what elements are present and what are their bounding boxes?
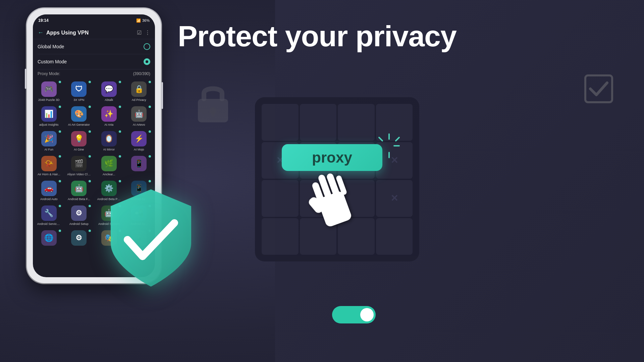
app-dot	[119, 130, 121, 133]
menu-icon[interactable]: ⋮	[145, 29, 150, 36]
app-dot	[89, 130, 91, 133]
checkbox-decoration	[584, 74, 614, 104]
grid-cell-1-1	[262, 104, 299, 141]
app-icon: ⚡	[131, 131, 147, 146]
global-mode-radio[interactable]	[144, 43, 150, 50]
app-label: Android Auto	[40, 197, 58, 201]
app-item[interactable]: 🎮2048 Puzzle 3D	[34, 79, 64, 104]
app-label: 3X VPN	[73, 98, 84, 102]
app-item[interactable]: 🌐	[34, 228, 64, 248]
app-title-group: ← Apps Using VPN	[38, 29, 89, 36]
battery-icon: 36%	[142, 18, 150, 22]
app-title-text: Apps Using VPN	[46, 30, 89, 36]
app-dot	[149, 180, 151, 182]
svg-line-6	[379, 137, 382, 141]
app-dot	[59, 205, 61, 207]
app-label: AI Gine	[74, 148, 84, 151]
app-dot	[59, 155, 61, 158]
status-time: 19:14	[38, 18, 49, 23]
app-item[interactable]: 🔒Ad Privacy	[124, 79, 154, 104]
app-item[interactable]: 💡AI Gine	[64, 129, 94, 153]
app-icon: ⚙	[71, 205, 87, 221]
app-item[interactable]: ⚡AI Mojo	[124, 129, 154, 153]
app-item[interactable]: 🤖Android Beta F...	[64, 179, 94, 203]
app-dot	[149, 155, 151, 158]
grid-cell-4-4	[376, 218, 413, 255]
radio-inner	[146, 60, 148, 63]
app-item[interactable]: ✨AI Arta	[94, 104, 124, 128]
svg-rect-2	[211, 111, 215, 117]
app-item[interactable]: 🎉AI Fun	[34, 129, 64, 153]
app-icon: 🔒	[131, 81, 147, 97]
app-item[interactable]: ⚙	[64, 228, 94, 248]
app-label: AI Arta	[104, 123, 113, 126]
app-icon: 📊	[41, 106, 57, 122]
check-icon[interactable]: ☑	[137, 29, 142, 36]
power-button	[161, 82, 163, 109]
global-mode-label: Global Mode	[38, 44, 64, 49]
grid-cell-3-1	[262, 180, 299, 217]
app-item[interactable]: 🚗Android Auto	[34, 179, 64, 203]
signal-icon: 📶	[136, 18, 141, 23]
toggle-switch[interactable]	[332, 306, 376, 323]
app-dot	[59, 130, 61, 133]
app-icon: 🌿	[101, 156, 117, 171]
app-dot	[59, 81, 61, 83]
grid-cell-1-3	[338, 104, 375, 141]
app-icon: 🎬	[71, 156, 87, 171]
app-item[interactable]: 🌿Anclear...	[94, 154, 124, 178]
app-icon: 💡	[71, 131, 87, 146]
app-item[interactable]: ⚙Android Setup	[64, 203, 94, 228]
app-dot	[89, 230, 91, 232]
proxy-count-row: Proxy Mode: (390/390)	[33, 69, 155, 78]
app-label: Anclear...	[103, 173, 115, 176]
status-icons: 📶 36%	[136, 18, 150, 23]
app-icon: 💬	[101, 81, 117, 97]
app-item[interactable]: 🛡3X VPN	[64, 79, 94, 104]
app-label: AI Artevo	[133, 123, 145, 126]
proxy-mode-count: (390/390)	[133, 71, 150, 76]
app-icon: 🎉	[41, 131, 57, 146]
global-mode-item[interactable]: Global Mode	[38, 39, 150, 54]
app-dot	[59, 106, 61, 108]
status-bar: 19:14 📶 36%	[33, 14, 155, 26]
app-dot	[119, 106, 121, 108]
app-icon: 🚗	[41, 181, 57, 196]
app-item[interactable]: 📱	[124, 154, 154, 178]
app-item[interactable]: 🎨AI Art Generator	[64, 104, 94, 128]
app-dot	[89, 205, 91, 207]
app-label: Android Setup	[69, 222, 89, 226]
app-dot	[149, 81, 151, 83]
app-dot	[89, 180, 91, 182]
proxy-mode-label: Proxy Mode:	[38, 71, 60, 76]
app-icon: 📱	[131, 156, 147, 171]
app-label: Abtalk	[105, 98, 113, 102]
shield-overlay	[104, 186, 198, 293]
app-label: Aliyun Video Cli...	[67, 173, 91, 176]
app-icon: 🌐	[41, 230, 57, 246]
app-item[interactable]: 🤖AI Artevo	[124, 104, 154, 128]
app-item[interactable]: 💬Abtalk	[94, 79, 124, 104]
custom-mode-radio[interactable]	[144, 58, 150, 65]
app-dot	[149, 106, 151, 108]
app-label: AI Mojo	[134, 148, 144, 151]
custom-mode-item[interactable]: Custom Mode	[38, 54, 150, 69]
app-item[interactable]: 🔧Android Service...	[34, 203, 64, 228]
app-dot	[89, 155, 91, 158]
app-icon: 🔧	[41, 205, 57, 221]
app-item[interactable]: 🪞AI Mirror	[94, 129, 124, 153]
app-label: AI Fun	[44, 148, 53, 151]
app-label: Android Service...	[37, 222, 61, 226]
app-item[interactable]: 🎬Aliyun Video Cli...	[64, 154, 94, 178]
toggle-knob	[360, 308, 374, 321]
headline-text: Protect your privacy	[178, 19, 457, 53]
back-arrow-icon[interactable]: ←	[38, 29, 44, 36]
app-item[interactable]: 📯Air Horn & Hair...	[34, 154, 64, 178]
app-label: Ad Privacy	[132, 98, 146, 102]
grid-cell-3-4: ✕	[376, 180, 413, 217]
app-item[interactable]: 📊adjust Insights	[34, 104, 64, 128]
app-label: 2048 Puzzle 3D	[38, 98, 60, 102]
mode-section: Global Mode Custom Mode	[33, 39, 155, 69]
app-icon: 🤖	[71, 181, 87, 196]
sparkle-decoration	[376, 132, 402, 161]
